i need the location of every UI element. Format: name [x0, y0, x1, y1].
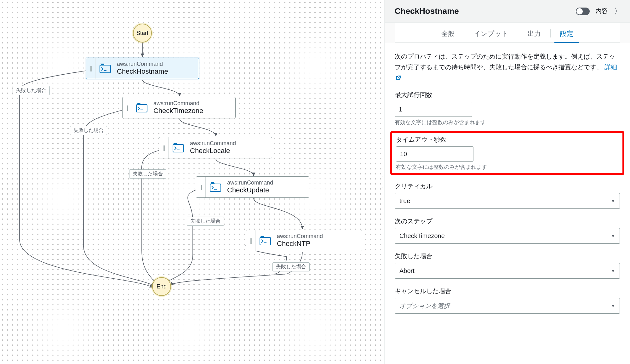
field-timeout: タイムアウト秒数 有効な文字には整数のみが含まれます	[396, 135, 619, 171]
timeout-helper: 有効な文字には整数のみが含まれます	[396, 163, 619, 171]
drag-handle-icon[interactable]: ||	[159, 137, 169, 158]
node-check-update[interactable]: || aws:runCommand CheckUpdate	[196, 176, 309, 198]
content-toggle[interactable]	[576, 8, 590, 15]
node-name: CheckTimezone	[153, 107, 229, 115]
svg-rect-4	[136, 105, 147, 112]
field-next-step: 次のステップ CheckTimezone ▼	[395, 217, 620, 244]
critical-label: クリティカル	[395, 182, 620, 191]
edge-label-fail: 失敗した場合	[13, 86, 50, 95]
tab-input[interactable]: インプット	[468, 29, 514, 43]
toggle-label: 内容	[595, 7, 608, 15]
panel-title: CheckHostname	[395, 6, 459, 16]
node-action-type: aws:runCommand	[153, 100, 229, 107]
panel-resize-handle[interactable]	[382, 176, 384, 188]
on-failure-select[interactable]: Abort ▼	[395, 263, 620, 279]
run-command-icon	[169, 137, 189, 158]
timeout-highlight: タイムアウト秒数 有効な文字には整数のみが含まれます	[390, 131, 624, 175]
edge-label-fail: 失敗した場合	[272, 262, 310, 271]
run-command-icon	[206, 177, 226, 197]
node-name: CheckUpdate	[227, 186, 303, 194]
critical-value: true	[399, 197, 410, 205]
on-cancel-label: キャンセルした場合	[395, 287, 620, 295]
on-failure-label: 失敗した場合	[395, 252, 620, 260]
workflow-canvas[interactable]: Start || aws:runCommand CheckHostname ||…	[0, 0, 384, 364]
max-attempts-helper: 有効な文字には整数のみが含まれます	[395, 119, 620, 126]
node-action-type: aws:runCommand	[277, 233, 356, 240]
field-critical: クリティカル true ▼	[395, 182, 620, 209]
node-check-timezone[interactable]: || aws:runCommand CheckTimezone	[122, 97, 236, 118]
node-check-ntp[interactable]: || aws:runCommand CheckNTP	[246, 230, 362, 251]
run-command-icon	[255, 230, 276, 251]
panel-body: 次のプロパティは、ステップのために実行動作を定義します。例えば、ステップが完了す…	[385, 43, 630, 364]
node-check-hostname[interactable]: || aws:runCommand CheckHostname	[86, 58, 199, 79]
settings-description: 次のプロパティは、ステップのために実行動作を定義します。例えば、ステップが完了す…	[395, 51, 620, 83]
caret-down-icon: ▼	[611, 268, 615, 273]
node-name: CheckNTP	[277, 240, 356, 248]
next-step-value: CheckTimezone	[399, 232, 445, 240]
svg-rect-16	[260, 237, 271, 245]
max-attempts-input[interactable]	[395, 102, 472, 117]
on-cancel-placeholder: オプションを選択	[399, 302, 450, 310]
field-on-cancel: キャンセルした場合 オプションを選択 ▼	[395, 287, 620, 314]
start-label: Start	[136, 30, 148, 37]
on-cancel-select[interactable]: オプションを選択 ▼	[395, 298, 620, 314]
node-check-locale[interactable]: || aws:runCommand CheckLocale	[159, 137, 272, 158]
on-failure-value: Abort	[399, 267, 415, 275]
timeout-input[interactable]	[396, 146, 473, 162]
tab-general[interactable]: 全般	[436, 29, 460, 43]
properties-panel: CheckHostname 内容 〉 全般 インプット 出力 設定 次のプロパテ…	[384, 0, 630, 364]
next-step-label: 次のステップ	[395, 217, 620, 225]
panel-header: CheckHostname 内容 〉	[385, 0, 630, 23]
next-step-select[interactable]: CheckTimezone ▼	[395, 228, 620, 244]
node-action-type: aws:runCommand	[227, 179, 303, 186]
timeout-label: タイムアウト秒数	[396, 135, 619, 144]
node-action-type: aws:runCommand	[190, 140, 266, 147]
run-command-icon	[95, 58, 116, 79]
end-label: End	[157, 283, 167, 290]
field-max-attempts: 最大試行回数 有効な文字には整数のみが含まれます	[395, 91, 620, 126]
drag-handle-icon[interactable]: ||	[86, 58, 95, 79]
end-node[interactable]: End	[152, 277, 171, 296]
drag-handle-icon[interactable]: ||	[196, 177, 206, 197]
run-command-icon	[132, 97, 152, 118]
edge-label-fail: 失敗した場合	[187, 217, 224, 226]
tab-settings[interactable]: 設定	[554, 29, 579, 43]
edge-label-fail: 失敗した場合	[129, 169, 166, 179]
max-attempts-label: 最大試行回数	[395, 91, 620, 99]
edge-label-fail: 失敗した場合	[70, 126, 107, 135]
node-action-type: aws:runCommand	[117, 61, 192, 67]
drag-handle-icon[interactable]: ||	[246, 230, 255, 251]
flow-edges	[0, 0, 384, 364]
svg-rect-8	[173, 145, 184, 152]
start-node[interactable]: Start	[133, 24, 152, 43]
svg-rect-12	[210, 184, 221, 191]
drag-handle-icon[interactable]: ||	[123, 97, 132, 118]
node-name: CheckLocale	[190, 147, 266, 155]
critical-select[interactable]: true ▼	[395, 193, 620, 209]
field-on-failure: 失敗した場合 Abort ▼	[395, 252, 620, 279]
caret-down-icon: ▼	[611, 198, 615, 203]
caret-down-icon: ▼	[611, 303, 615, 308]
node-name: CheckHostname	[117, 67, 192, 76]
svg-rect-0	[100, 65, 111, 73]
collapse-panel-icon[interactable]: 〉	[614, 5, 622, 17]
caret-down-icon: ▼	[611, 233, 615, 238]
panel-tabs: 全般 インプット 出力 設定	[395, 23, 620, 43]
external-link-icon	[396, 75, 401, 80]
tab-output[interactable]: 出力	[522, 29, 547, 43]
